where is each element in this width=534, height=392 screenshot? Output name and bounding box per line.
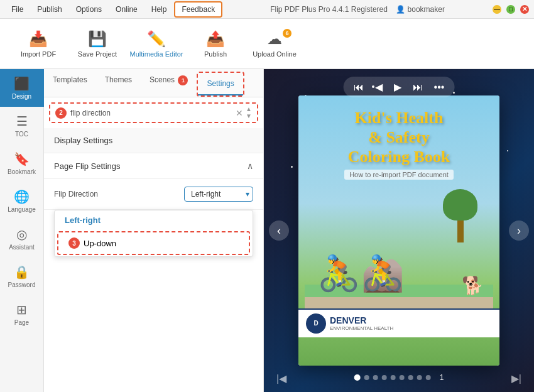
page-indicators: 1 (354, 373, 444, 382)
upload-online-button[interactable]: ☁ 6 Upload Online (246, 23, 303, 65)
main-layout: ⬛ Design ☰ TOC 🔖 Bookmark 🌐 Language ◎ A… (0, 69, 534, 392)
footer-logo-icon: D (306, 313, 326, 334)
nav-prev-button[interactable]: ‹ (269, 220, 289, 241)
page-dot-3[interactable] (373, 375, 378, 380)
search-down-icon[interactable]: ▼ (246, 113, 252, 119)
page-dot-4[interactable] (382, 375, 387, 380)
maximize-button[interactable]: □ (506, 5, 515, 14)
page-dot-2[interactable] (364, 375, 369, 380)
menu-online[interactable]: Online (109, 3, 144, 16)
import-pdf-icon: 📥 (29, 30, 48, 48)
page-dot-7[interactable] (408, 375, 413, 380)
page-dot-5[interactable] (391, 375, 396, 380)
assistant-icon: ◎ (16, 227, 27, 242)
title-bar: File Publish Options Online Help Feedbac… (0, 0, 534, 19)
control-first-icon[interactable]: ⏮ (351, 80, 366, 94)
flip-direction-select[interactable]: Left-right Up-down (184, 187, 253, 202)
publish-button[interactable]: 📤 Publish (187, 23, 244, 65)
feedback-button[interactable]: Feedback (174, 1, 222, 18)
book-title-area: Kid's Health & Safety Coloring Book How … (298, 95, 499, 183)
flip-direction-select-wrapper: Left-right Up-down ▾ (184, 187, 253, 202)
sidebar-item-toc[interactable]: ☰ TOC (0, 107, 44, 144)
flip-direction-row: Flip Direction Left-right Up-down ▾ (44, 179, 263, 210)
tab-scenes[interactable]: Scenes 1 (141, 69, 197, 97)
dropdown-badge-3: 3 (68, 237, 80, 249)
language-icon: 🌐 (14, 189, 30, 204)
chevron-up-icon: ∧ (247, 161, 253, 171)
dropdown-option-up-down[interactable]: 3 Up-down (58, 232, 249, 254)
panel-tabs: Templates Themes Scenes 1 Settings (44, 69, 263, 97)
dropdown-option-left-right[interactable]: Left-right (55, 210, 253, 230)
book-subtitle: How to re-import PDF document (344, 170, 454, 180)
dog: 🐕 (462, 275, 484, 296)
page-dot-6[interactable] (400, 375, 405, 380)
window-controls: — □ ✕ (493, 5, 529, 14)
nav-first-page-button[interactable]: |◀ (276, 373, 286, 384)
nav-last-page-button[interactable]: ▶| (511, 373, 521, 384)
sidebar-item-password[interactable]: 🔒 Password (0, 258, 44, 295)
control-prev-icon[interactable]: ◀ (373, 80, 385, 94)
book-footer: D DENVER ENVIRONMENTAL HEALTH (298, 308, 499, 337)
display-settings-header: Display Settings (44, 128, 263, 153)
page-icon: ⊞ (16, 302, 27, 317)
bookmark-icon: 🔖 (14, 151, 30, 166)
sidebar-item-page[interactable]: ⊞ Page (0, 295, 44, 333)
menu-help[interactable]: Help (145, 3, 173, 16)
settings-panel: Templates Themes Scenes 1 Settings 2 ✕ ▲… (44, 69, 264, 392)
password-icon: 🔒 (14, 264, 30, 280)
panel-content: Display Settings Page Flip Settings ∧ Fl… (44, 128, 263, 392)
tab-templates[interactable]: Templates (44, 69, 96, 97)
control-more-icon[interactable]: ••• (432, 80, 447, 94)
menu-file[interactable]: File (5, 3, 30, 16)
multimedia-editor-icon: ✏️ (147, 30, 166, 48)
import-pdf-button[interactable]: 📥 Import PDF (10, 23, 67, 65)
kid-left: 🚴 (317, 256, 361, 291)
upload-online-icon: ☁ (267, 30, 282, 48)
menu-publish[interactable]: Publish (31, 3, 68, 16)
publish-icon: 📤 (206, 30, 225, 48)
upload-badge: 6 (283, 29, 292, 38)
minimize-button[interactable]: — (493, 5, 501, 14)
book-title: Kid's Health & Safety Coloring Book (305, 108, 493, 167)
nav-next-button[interactable]: › (509, 220, 529, 241)
search-clear-icon[interactable]: ✕ (236, 108, 243, 118)
book-cover: Kid's Health & Safety Coloring Book How … (298, 95, 499, 366)
footer-tagline: ENVIRONMENTAL HEALTH (330, 325, 393, 331)
control-last-icon[interactable]: ⏭ (410, 80, 425, 94)
scenes-badge: 1 (178, 75, 188, 85)
sidebar-item-assistant[interactable]: ◎ Assistant (0, 220, 44, 258)
sidebar-item-design[interactable]: ⬛ Design (0, 69, 44, 107)
page-dot-1[interactable] (354, 374, 361, 381)
search-up-icon[interactable]: ▲ (246, 106, 252, 112)
flip-direction-dropdown: Left-right 3 Up-down (54, 210, 253, 257)
multimedia-editor-button[interactable]: ✏️ Multimedia Editor (128, 23, 185, 65)
menu-bar: File Publish Options Online Help Feedbac… (5, 1, 222, 18)
book-preview: Kid's Health & Safety Coloring Book How … (298, 95, 499, 366)
menu-options[interactable]: Options (70, 3, 108, 16)
kid-right: 🚵 (361, 256, 405, 291)
sidebar-item-bookmark[interactable]: 🔖 Bookmark (0, 144, 44, 182)
control-next-icon[interactable]: ▶ (391, 80, 404, 94)
preview-area: ⏮ ◀ ▶ ⏭ ••• ‹ Kid's Health & Safety Colo… (264, 69, 534, 392)
footer-logo: DENVER (330, 315, 393, 325)
close-button[interactable]: ✕ (520, 5, 529, 14)
page-dot-9[interactable] (426, 375, 431, 380)
sidebar-icons: ⬛ Design ☰ TOC 🔖 Bookmark 🌐 Language ◎ A… (0, 69, 44, 392)
search-arrows: ▲ ▼ (246, 106, 252, 119)
preview-controls: ⏮ ◀ ▶ ⏭ ••• (344, 77, 455, 97)
design-icon: ⬛ (14, 76, 30, 91)
app-title: Flip PDF Plus Pro 4.4.1 Registered 👤 boo… (270, 5, 445, 14)
ground (305, 296, 493, 308)
tab-settings[interactable]: Settings (198, 73, 242, 95)
save-project-button[interactable]: 💾 Save Project (69, 23, 126, 65)
toc-icon: ☰ (16, 114, 28, 129)
search-badge-2: 2 (55, 107, 67, 119)
search-input[interactable] (70, 109, 233, 117)
page-dot-8[interactable] (417, 375, 422, 380)
page-number: 1 (440, 373, 444, 382)
page-flip-settings-header[interactable]: Page Flip Settings ∧ (44, 153, 263, 179)
user-icon: 👤 (396, 5, 405, 14)
sidebar-item-language[interactable]: 🌐 Language (0, 182, 44, 220)
tab-themes[interactable]: Themes (96, 69, 141, 97)
search-bar: 2 ✕ ▲ ▼ (49, 102, 258, 123)
